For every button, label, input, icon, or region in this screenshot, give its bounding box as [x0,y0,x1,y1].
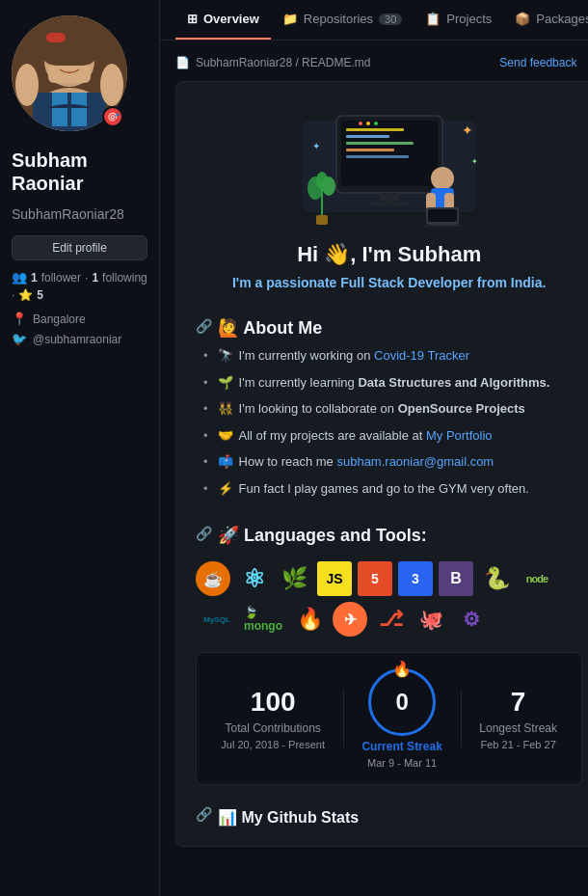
sidebar-meta: 📍 Bangalore 🐦 @subhamraoniar [12,312,147,346]
bootstrap-icon: B [439,561,473,596]
svg-rect-14 [71,93,87,126]
firebase-icon: 🔥 [292,602,327,637]
about-title: 🙋 About Me [218,317,322,339]
tab-repositories[interactable]: 📁 Repositories 30 [271,0,414,40]
location-item: 📍 Bangalore [12,312,147,326]
main-area: ⊞ Overview 📁 Repositories 30 📋 Projects … [159,0,588,896]
javascript-icon: JS [317,561,352,596]
postman-icon: ✈ [333,602,367,637]
svg-rect-13 [52,93,67,126]
svg-point-23 [359,122,362,125]
readme-actions: Send feedback ✏️ [499,56,588,69]
tab-projects[interactable]: 📋 Projects [414,0,503,40]
readme-icon: 📄 [175,56,190,69]
packages-icon: 📦 [515,12,530,26]
hero-image: ✦ ✦ ✦ [196,101,582,227]
follower-label: follower [41,271,81,285]
total-contributions-label: Total Contributions [225,721,320,735]
twitter-item: 🐦 @subhamraoniar [12,332,147,346]
spring-icon: 🌿 [277,561,311,596]
packages-label: Packages [536,12,588,26]
readme-header: 📄 SubhamRaoniar28 / README.md Send feedb… [175,56,588,69]
location-icon: 📍 [12,312,27,326]
repositories-icon: 📁 [282,12,298,26]
readme-body: ✦ ✦ ✦ Hi 👋, I'm Subham I'm a passionate … [175,81,588,847]
github-stats-anchor-icon: 🔗 [196,806,212,822]
svg-point-10 [15,64,39,106]
about-list: 🔭 I'm currently working on Covid-19 Trac… [203,346,582,498]
svg-rect-21 [346,149,394,151]
svg-rect-18 [346,128,404,131]
tab-overview[interactable]: ⊞ Overview [175,0,271,40]
svg-text:✦: ✦ [471,157,478,166]
about-item-contact: 📫 How to reach me subham.raoniar@gmail.c… [203,452,582,472]
svg-point-24 [366,122,370,125]
readme-header-left: 📄 SubhamRaoniar28 / README.md [175,56,370,69]
tools-section-header: 🔗 🚀 Languages and Tools: [196,513,582,554]
nodejs-icon: node [520,561,554,596]
profile-name: Subham Raoniar [12,149,147,195]
current-streak-number: 0 [395,689,408,716]
follow-info: 👥 1 follower · 1 following · ⭐ 5 [12,270,147,302]
contact-icon: 📫 [218,452,233,472]
css3-icon: 3 [398,561,433,596]
svg-rect-26 [380,193,399,203]
current-streak-date: Mar 9 - Mar 11 [367,757,437,769]
about-item-collaborate: 👯 I'm looking to collaborate on OpenSour… [203,399,582,419]
stat-divider-1 [343,690,344,747]
svg-text:✦: ✦ [312,141,320,151]
svg-point-25 [374,122,378,125]
hero-svg: ✦ ✦ ✦ [283,101,495,227]
working-icon: 🔭 [218,346,233,366]
tools-title: 🚀 Languages and Tools: [218,525,427,546]
send-feedback-link[interactable]: Send feedback [499,56,576,69]
svg-rect-20 [346,142,414,145]
learning-icon: 🌱 [218,373,233,393]
total-contributions-stat: 100 Total Contributions Jul 20, 2018 - P… [221,687,325,750]
repositories-badge: 30 [379,14,402,25]
github-actions-icon: 🐙 [414,602,448,637]
projects-icon: 📋 [425,12,441,26]
overview-icon: ⊞ [187,12,198,26]
hi-heading: Hi 👋, I'm Subham [196,242,582,267]
tagline: I'm a passionate Full Stack Developer fr… [196,275,582,290]
email-link[interactable]: subham.raoniar@gmail.com [336,454,494,469]
about-item-working: 🔭 I'm currently working on Covid-19 Trac… [203,346,582,366]
tools-grid: ☕ ⚛ 🌿 JS 5 3 B 🐍 node MySQL 🍃mongo 🔥 ✈ ⎇… [196,561,582,637]
avatar-achievement-badge: 🎯 [102,106,123,127]
profile-username: SubhamRaoniar28 [12,206,147,222]
twitter-icon: 🐦 [12,332,27,346]
longest-streak-date: Feb 21 - Feb 27 [481,739,556,750]
follower-count: 1 [31,271,38,285]
svg-rect-34 [423,225,462,227]
html5-icon: 5 [358,561,392,596]
twitter-handle: @subhamraoniar [33,333,121,346]
readme-path: SubhamRaoniar28 / README.md [196,56,370,69]
tools-anchor-icon: 🔗 [196,526,212,541]
portfolio-link[interactable]: My Portfolio [426,428,493,443]
python-icon: 🐍 [479,561,514,596]
current-streak-stat: 🔥 0 Current Streak Mar 9 - Mar 11 [361,668,441,769]
stat-divider-2 [461,690,462,747]
sidebar: 🎯 Subham Raoniar SubhamRaoniar28 Edit pr… [0,0,159,896]
svg-rect-33 [428,209,457,222]
projects-label: Projects [446,12,492,26]
svg-point-38 [316,172,328,189]
tab-packages[interactable]: 📦 Packages [503,0,588,40]
repositories-label: Repositories [304,12,373,26]
flame-icon: 🔥 [392,660,412,678]
about-section-header: 🔗 🙋 About Me [196,306,582,346]
mongodb-icon: 🍃mongo [244,602,286,637]
longest-streak-label: Longest Streak [479,721,557,735]
about-item-portfolio: 🤝 All of my projects are available at My… [203,426,582,446]
location-text: Bangalore [33,312,86,326]
stars-count: 5 [37,288,43,302]
redux-icon: ⚙ [454,602,489,637]
edit-profile-button[interactable]: Edit profile [12,235,147,260]
longest-streak-number: 7 [511,687,526,718]
top-nav: ⊞ Overview 📁 Repositories 30 📋 Projects … [160,0,588,41]
covid-tracker-link[interactable]: Covid-19 Tracker [374,348,469,363]
svg-rect-19 [346,135,389,138]
content-area: 📄 SubhamRaoniar28 / README.md Send feedb… [160,41,588,862]
java-icon: ☕ [196,561,230,596]
